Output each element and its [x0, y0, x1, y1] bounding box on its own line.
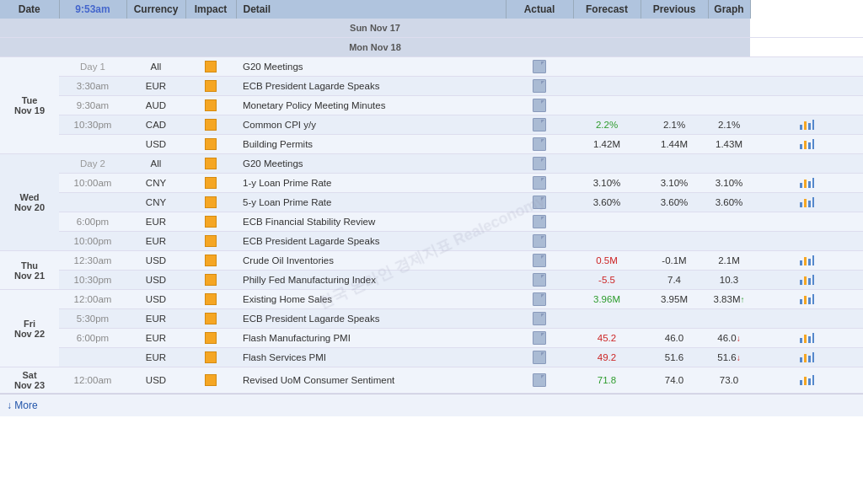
impact-cell — [185, 77, 236, 96]
graph-cell[interactable] — [750, 251, 863, 271]
previous-cell — [708, 154, 750, 174]
chart-icon[interactable] — [799, 293, 814, 305]
time-cell: 5:30pm — [59, 309, 126, 329]
graph-cell — [750, 212, 863, 232]
doc-cell[interactable] — [506, 348, 573, 367]
doc-cell[interactable] — [506, 232, 573, 251]
chart-icon[interactable] — [799, 255, 814, 266]
doc-cell[interactable] — [506, 309, 573, 329]
doc-icon — [533, 99, 546, 112]
svg-rect-26 — [808, 298, 811, 304]
previous-cell — [708, 309, 750, 329]
impact-icon — [205, 196, 217, 208]
svg-rect-28 — [800, 338, 802, 343]
currency-cell: EUR — [126, 348, 185, 367]
doc-icon — [533, 118, 546, 131]
chart-icon[interactable] — [799, 138, 814, 150]
graph-cell[interactable] — [750, 348, 863, 367]
chart-icon[interactable] — [799, 274, 814, 286]
currency-cell: USD — [126, 271, 185, 290]
graph-cell[interactable] — [750, 329, 863, 348]
detail-cell: Common CPI y/y — [236, 115, 506, 135]
actual-cell — [573, 96, 641, 115]
graph-cell — [750, 57, 863, 77]
forecast-cell — [641, 57, 708, 77]
forecast-cell: 7.4 — [641, 271, 708, 290]
col-time: 9:53am — [59, 0, 126, 19]
doc-cell[interactable] — [506, 57, 573, 77]
currency-cell: USD — [126, 251, 185, 271]
forecast-cell — [641, 77, 708, 96]
impact-cell — [185, 135, 236, 154]
doc-cell[interactable] — [506, 77, 573, 96]
doc-cell[interactable] — [506, 290, 573, 309]
actual-cell: 49.2 — [573, 348, 641, 367]
actual-cell — [573, 309, 641, 329]
actual-cell — [573, 212, 641, 232]
graph-cell[interactable] — [750, 367, 863, 394]
doc-icon — [533, 157, 546, 170]
chart-icon[interactable] — [799, 196, 814, 208]
actual-cell: 2.2% — [573, 115, 641, 135]
graph-cell[interactable] — [750, 271, 863, 290]
forecast-cell: -0.1M — [641, 251, 708, 271]
svg-rect-29 — [804, 335, 807, 343]
impact-icon — [205, 293, 217, 305]
doc-icon — [533, 312, 546, 325]
chart-icon[interactable] — [799, 351, 814, 363]
actual-cell — [573, 77, 641, 96]
svg-rect-31 — [812, 333, 814, 343]
actual-cell — [573, 57, 641, 77]
doc-cell[interactable] — [506, 251, 573, 271]
actual-cell: 3.96M — [573, 290, 641, 309]
doc-cell[interactable] — [506, 367, 573, 394]
doc-cell[interactable] — [506, 115, 573, 135]
svg-rect-12 — [800, 202, 802, 207]
chart-icon[interactable] — [799, 374, 814, 386]
graph-cell[interactable] — [750, 115, 863, 135]
day-label-cell: Mon Nov 18 — [0, 38, 750, 57]
impact-cell — [185, 290, 236, 309]
forecast-cell: 3.60% — [641, 193, 708, 212]
graph-cell[interactable] — [750, 290, 863, 309]
chart-icon[interactable] — [799, 332, 814, 344]
time-cell: 10:30pm — [59, 115, 126, 135]
svg-rect-10 — [808, 181, 811, 188]
chart-icon[interactable] — [799, 177, 814, 189]
doc-cell[interactable] — [506, 154, 573, 174]
doc-cell[interactable] — [506, 271, 573, 290]
doc-cell[interactable] — [506, 135, 573, 154]
currency-cell: All — [126, 154, 185, 174]
doc-icon — [533, 331, 546, 345]
day-label-cell: Sun Nov 17 — [0, 19, 750, 38]
chart-icon[interactable] — [799, 119, 814, 131]
detail-cell: 5-y Loan Prime Rate — [236, 193, 506, 212]
svg-rect-38 — [808, 378, 811, 385]
detail-cell: 1-y Loan Prime Rate — [236, 174, 506, 193]
svg-rect-11 — [812, 178, 814, 188]
currency-cell: USD — [126, 135, 185, 154]
time-cell: 12:00am — [59, 367, 126, 394]
svg-rect-5 — [804, 141, 807, 149]
currency-cell: CAD — [126, 115, 185, 135]
graph-cell[interactable] — [750, 135, 863, 154]
doc-cell[interactable] — [506, 212, 573, 232]
currency-cell: CNY — [126, 193, 185, 212]
doc-cell[interactable] — [506, 96, 573, 115]
graph-cell[interactable] — [750, 193, 863, 212]
previous-cell: 3.10% — [708, 174, 750, 193]
col-date: Date — [0, 0, 59, 19]
impact-cell — [185, 232, 236, 251]
doc-cell[interactable] — [506, 329, 573, 348]
more-link[interactable]: More — [7, 399, 38, 411]
doc-cell[interactable] — [506, 174, 573, 193]
date-cell: Fri Nov 22 — [0, 290, 59, 367]
previous-cell — [708, 77, 750, 96]
doc-icon — [533, 79, 546, 93]
svg-rect-25 — [804, 296, 807, 304]
doc-cell[interactable] — [506, 193, 573, 212]
detail-cell: G20 Meetings — [236, 57, 506, 77]
impact-cell — [185, 57, 236, 77]
col-detail: Detail — [236, 0, 506, 19]
graph-cell[interactable] — [750, 174, 863, 193]
